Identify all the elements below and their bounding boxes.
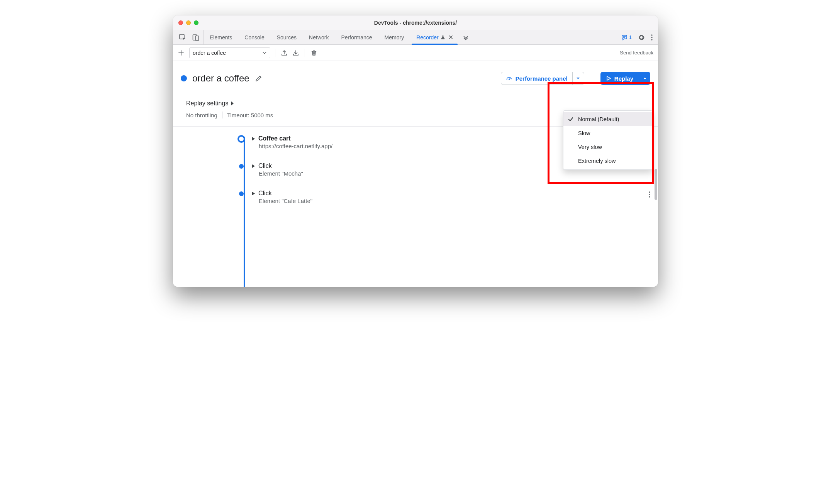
tabs-overflow-icon[interactable]	[459, 30, 472, 44]
replay-dropdown-toggle[interactable]	[639, 72, 650, 85]
replay-speed-option[interactable]: Slow	[563, 126, 652, 140]
window-title: DevTools - chrome://extensions/	[173, 20, 658, 26]
timeout-value: Timeout: 5000 ms	[227, 112, 273, 118]
replay-speed-menu: Normal (Default) Slow Very slow Extremel…	[563, 110, 653, 170]
performance-panel-button-group: Performance panel	[501, 72, 584, 85]
check-icon	[567, 117, 574, 122]
tab-performance[interactable]: Performance	[335, 30, 378, 44]
more-icon[interactable]	[651, 34, 653, 41]
timeline-rail	[244, 139, 245, 287]
edit-name-icon[interactable]	[255, 74, 263, 82]
step-node-icon	[239, 164, 244, 169]
window-maximize-button[interactable]	[194, 20, 198, 25]
step-node-icon	[239, 191, 244, 196]
recording-header: order a coffee Performance panel Repl	[173, 61, 658, 92]
svg-point-5	[651, 39, 652, 40]
delete-icon[interactable]	[310, 49, 318, 57]
step-node-icon	[237, 135, 245, 143]
inspect-element-icon[interactable]	[178, 33, 187, 42]
svg-point-15	[649, 196, 650, 197]
play-icon	[606, 76, 611, 81]
expand-icon[interactable]	[252, 164, 255, 168]
tab-memory[interactable]: Memory	[378, 30, 410, 44]
svg-point-13	[649, 191, 650, 193]
recording-name: order a coffee	[192, 73, 249, 84]
svg-point-14	[649, 194, 650, 195]
scrollbar-thumb[interactable]	[655, 169, 657, 200]
step-item[interactable]: Click Element "Cafe Latte"	[239, 190, 650, 204]
step-title: Coffee cart	[258, 135, 291, 142]
throttling-value: No throttling	[186, 112, 217, 118]
new-recording-button[interactable]	[176, 48, 186, 58]
tab-recorder[interactable]: Recorder	[410, 30, 459, 44]
replay-speed-option[interactable]: Normal (Default)	[563, 112, 652, 126]
expand-icon[interactable]	[252, 191, 255, 196]
experiment-icon	[440, 35, 446, 40]
import-icon[interactable]	[292, 49, 300, 57]
tabbar-right: 1	[621, 30, 658, 44]
window-minimize-button[interactable]	[186, 20, 191, 25]
replay-settings-toggle[interactable]: Replay settings	[186, 100, 645, 107]
recording-status-dot	[181, 75, 187, 81]
window-close-button[interactable]	[178, 20, 183, 25]
replay-settings-label: Replay settings	[186, 100, 228, 107]
step-subtitle: Element "Cafe Latte"	[259, 198, 312, 204]
tabs: Elements Console Sources Network Perform…	[204, 30, 459, 44]
inspect-group	[173, 30, 204, 44]
recording-select[interactable]: order a coffee	[189, 47, 270, 58]
export-icon[interactable]	[280, 49, 288, 57]
svg-point-4	[651, 37, 652, 38]
svg-rect-2	[195, 36, 199, 41]
step-subtitle: Element "Mocha"	[259, 170, 303, 177]
tabbar: Elements Console Sources Network Perform…	[173, 30, 658, 45]
performance-panel-label: Performance panel	[516, 75, 568, 82]
replay-speed-option[interactable]: Extremely slow	[563, 154, 652, 168]
chat-icon	[621, 34, 627, 41]
toolbar-separator	[275, 49, 275, 57]
performance-panel-button[interactable]: Performance panel	[501, 72, 572, 85]
chevron-down-icon	[262, 51, 267, 55]
titlebar: DevTools - chrome://extensions/	[173, 15, 658, 30]
replay-button-group: Replay	[600, 72, 650, 85]
replay-button[interactable]: Replay	[600, 72, 639, 85]
close-icon[interactable]	[449, 35, 453, 39]
recording-select-label: order a coffee	[193, 50, 226, 56]
issues-count: 1	[629, 34, 632, 40]
svg-point-3	[651, 34, 652, 36]
toolbar-separator	[305, 49, 305, 57]
step-more-icon[interactable]	[649, 191, 650, 198]
separator	[222, 112, 222, 118]
devtools-window: DevTools - chrome://extensions/ Elements…	[173, 15, 658, 287]
send-feedback-link[interactable]: Send feedback	[620, 50, 653, 56]
device-toggle-icon[interactable]	[192, 33, 200, 42]
chevron-right-icon	[231, 101, 234, 106]
step-subtitle: https://coffee-cart.netlify.app/	[259, 143, 332, 149]
tab-network[interactable]: Network	[303, 30, 335, 44]
performance-panel-dropdown[interactable]	[572, 72, 584, 85]
recorder-toolbar: order a coffee Send feedback	[173, 45, 658, 61]
step-title: Click	[258, 190, 272, 197]
tab-console[interactable]: Console	[238, 30, 270, 44]
settings-gear-icon[interactable]	[638, 34, 645, 41]
traffic-lights	[173, 20, 198, 25]
replay-speed-option[interactable]: Very slow	[563, 140, 652, 154]
tab-elements[interactable]: Elements	[204, 30, 238, 44]
gauge-icon	[506, 75, 512, 82]
replay-speed-label: Slow	[578, 130, 590, 136]
replay-speed-label: Very slow	[578, 144, 602, 150]
issues-button[interactable]: 1	[621, 34, 632, 41]
replay-speed-label: Normal (Default)	[578, 116, 619, 122]
tab-sources[interactable]: Sources	[271, 30, 303, 44]
replay-label: Replay	[614, 75, 633, 82]
step-title: Click	[258, 162, 272, 169]
replay-speed-label: Extremely slow	[578, 158, 616, 164]
expand-icon[interactable]	[252, 137, 255, 141]
